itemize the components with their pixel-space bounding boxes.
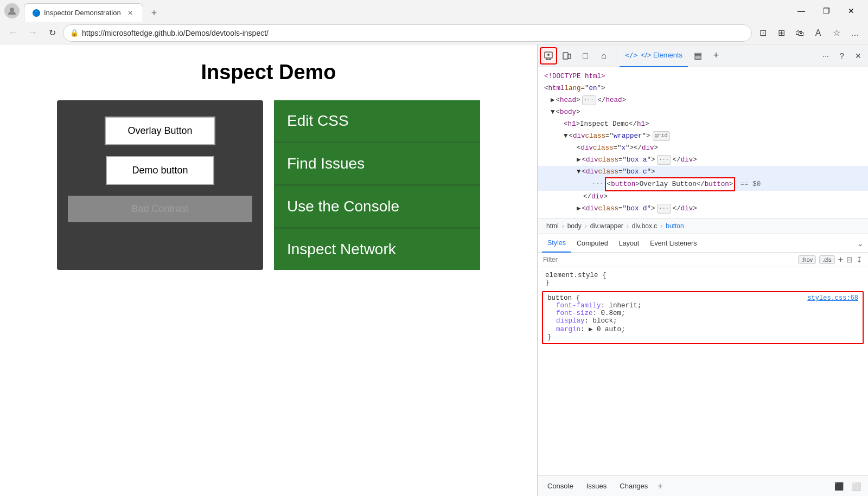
- tab-sources[interactable]: ▤: [689, 44, 706, 67]
- tabs-bar: Inspector Demonstration ✕ +: [24, 0, 789, 22]
- close-devtools-button[interactable]: ✕: [851, 48, 866, 63]
- active-tab[interactable]: Inspector Demonstration ✕: [24, 3, 143, 22]
- element-style-rule: element.style { }: [538, 269, 868, 289]
- collections-icon[interactable]: ⊞: [773, 24, 790, 42]
- add-style-rule-icon[interactable]: +: [838, 255, 843, 265]
- svg-rect-6: [563, 53, 568, 59]
- tab-close-button[interactable]: ✕: [125, 8, 135, 18]
- tab-event-listeners[interactable]: Event Listeners: [644, 234, 702, 253]
- tab-elements[interactable]: </> </> Elements: [620, 44, 688, 67]
- nav-bar: ← → ↻ 🔒 https://microsoftedge.github.io/…: [0, 22, 868, 44]
- bc-div-box-c[interactable]: div.box.c: [630, 221, 659, 231]
- back-button[interactable]: ←: [4, 24, 22, 42]
- breadcrumb: html › body › div.wrapper › div.box.c › …: [538, 218, 868, 234]
- tree-line-wrapper[interactable]: ▼ <div class="wrapper"> grid: [538, 130, 868, 142]
- page-grid: Overlay Button Demo button Bad Contrast …: [57, 100, 480, 270]
- edit-css-button[interactable]: Edit CSS: [274, 100, 480, 141]
- bc-html[interactable]: html: [544, 221, 561, 231]
- tree-line-box-d[interactable]: ▶ <div class="box d"> ··· </div>: [538, 203, 868, 215]
- use-console-button[interactable]: Use the Console: [274, 186, 480, 227]
- css-rules-content: element.style { } button { styles.css:68…: [538, 267, 868, 475]
- add-console-tab[interactable]: +: [655, 479, 665, 493]
- console-dock-icon[interactable]: ⬛: [831, 479, 846, 494]
- inspect-element-button[interactable]: [540, 47, 557, 65]
- new-style-rule-icon[interactable]: ⊟: [846, 255, 853, 264]
- bc-sep-4: ›: [660, 222, 662, 230]
- sidebar-button[interactable]: □: [577, 47, 594, 65]
- favorites-icon[interactable]: ☆: [828, 24, 845, 42]
- tree-line-button[interactable]: ··· <button>Overlay Button</button> == $…: [538, 178, 868, 191]
- changes-tab[interactable]: Changes: [614, 479, 653, 493]
- svg-point-0: [10, 8, 14, 12]
- more-tools-icon[interactable]: …: [846, 24, 864, 42]
- more-options-button[interactable]: ···: [818, 49, 833, 62]
- main-area: Inspect Demo Overlay Button Demo button …: [0, 44, 868, 496]
- styles-filter-input[interactable]: [543, 256, 795, 263]
- overlay-button[interactable]: Overlay Button: [105, 117, 215, 145]
- html-tree: <!DOCTYPE html> <html lang="en"> ▶ <head…: [538, 67, 868, 218]
- tab-computed[interactable]: Computed: [571, 234, 614, 253]
- issues-tab[interactable]: Issues: [581, 479, 612, 493]
- bc-button[interactable]: button: [663, 221, 686, 231]
- cls-badge[interactable]: .cls: [819, 255, 835, 264]
- forward-button[interactable]: →: [24, 24, 41, 42]
- console-icons: ⬛ ⬜: [831, 479, 864, 494]
- devtools-toolbar: □ ⌂ </> </> Elements ▤ + ··· ? ✕: [538, 44, 868, 67]
- tab-layout[interactable]: Layout: [614, 234, 645, 253]
- styles-tabs: Styles Computed Layout Event Listeners ⌄: [538, 234, 868, 253]
- console-expand-icon[interactable]: ⬜: [848, 479, 864, 494]
- tree-line-box-a[interactable]: ▶ <div class="box a"> ··· </div>: [538, 154, 868, 166]
- tree-line-close-box-c[interactable]: </div>: [538, 191, 868, 203]
- tree-line-head[interactable]: ▶ <head> ··· </head>: [538, 94, 868, 106]
- tree-line-body[interactable]: ▼ <body>: [538, 106, 868, 118]
- svg-rect-7: [568, 54, 571, 59]
- bc-sep-2: ›: [585, 222, 587, 230]
- styles-more-icon[interactable]: ⌄: [857, 239, 864, 248]
- css-prop-margin: margin: ▶ 0 auto;: [556, 325, 858, 333]
- address-text: https://microsoftedge.github.io/Demos/de…: [82, 29, 745, 37]
- maximize-button[interactable]: ❐: [814, 2, 839, 20]
- home-icon[interactable]: ⌂: [595, 47, 612, 65]
- hov-badge[interactable]: :hov: [798, 255, 816, 264]
- demo-button[interactable]: Demo button: [106, 156, 214, 185]
- avatar[interactable]: [4, 3, 20, 18]
- dt-separator-1: [616, 50, 616, 61]
- tree-line-html[interactable]: <html lang="en">: [538, 82, 868, 94]
- styles-refresh-icon[interactable]: ↧: [856, 255, 863, 264]
- find-issues-button[interactable]: Find Issues: [274, 143, 480, 184]
- css-prop-font-family: font-family: inherit;: [556, 302, 858, 310]
- button-css-rule: button { styles.css:68 font-family: inhe…: [542, 291, 864, 344]
- help-button[interactable]: ?: [834, 48, 850, 63]
- tree-line-doctype[interactable]: <!DOCTYPE html>: [538, 70, 868, 82]
- tree-line-h1[interactable]: <h1>Inspect Demo</h1>: [538, 118, 868, 130]
- minimize-button[interactable]: —: [789, 2, 814, 20]
- demo-button-wrapper: Demo button: [68, 156, 252, 185]
- shopping-icon[interactable]: 🛍: [791, 24, 808, 42]
- device-emulation-button[interactable]: [558, 47, 576, 65]
- split-screen-icon[interactable]: ⊡: [754, 24, 771, 42]
- read-aloud-icon[interactable]: A: [809, 24, 827, 42]
- bc-sep-1: ›: [562, 222, 564, 230]
- console-bar: Console Issues Changes + ⬛ ⬜: [538, 475, 868, 496]
- tab-favicon: [32, 9, 41, 17]
- refresh-button[interactable]: ↻: [43, 24, 61, 42]
- close-button[interactable]: ✕: [839, 2, 864, 20]
- console-tab[interactable]: Console: [542, 479, 579, 493]
- bc-div-wrapper[interactable]: div.wrapper: [588, 221, 626, 231]
- bad-contrast-button[interactable]: Bad Contrast: [68, 196, 252, 222]
- page-title: Inspect Demo: [33, 61, 505, 84]
- tab-add[interactable]: +: [707, 44, 725, 67]
- bc-sep-3: ›: [627, 222, 629, 230]
- title-bar: Inspector Demonstration ✕ + — ❐ ✕: [0, 0, 868, 22]
- address-lock-icon: 🔒: [70, 29, 79, 37]
- address-bar[interactable]: 🔒 https://microsoftedge.github.io/Demos/…: [63, 24, 752, 42]
- window-controls: — ❐ ✕: [789, 2, 864, 20]
- devtools-panel: □ ⌂ </> </> Elements ▤ + ··· ? ✕ <!D: [537, 44, 868, 496]
- tree-line-x[interactable]: <div class="x"></div>: [538, 142, 868, 154]
- tree-line-box-c[interactable]: ▼ <div class="box c">: [538, 166, 868, 178]
- styles-link[interactable]: styles.css:68: [807, 294, 858, 302]
- new-tab-button[interactable]: +: [145, 4, 163, 22]
- inspect-network-button[interactable]: Inspect Network: [274, 229, 480, 270]
- tab-styles[interactable]: Styles: [542, 234, 571, 253]
- bc-body[interactable]: body: [565, 221, 584, 231]
